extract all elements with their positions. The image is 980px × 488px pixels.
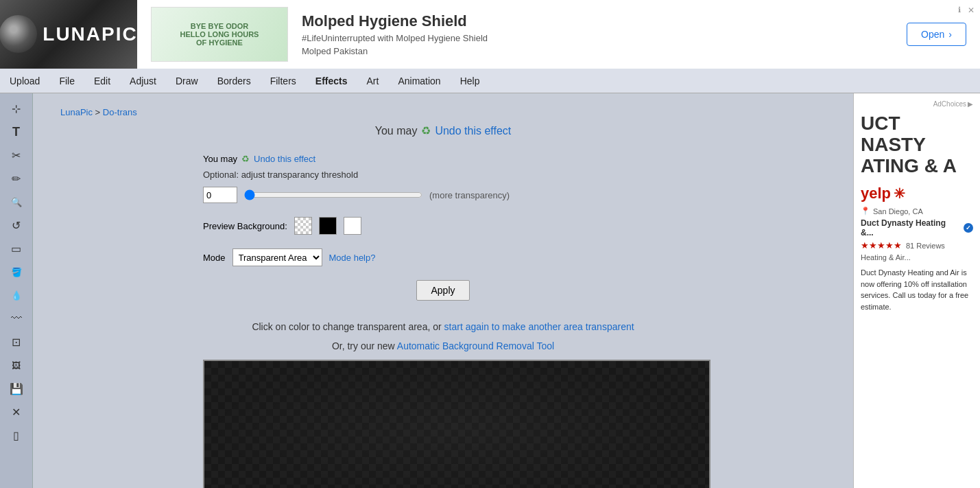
cut-tool[interactable]: ✂	[5, 146, 27, 165]
threshold-slider-wrap	[244, 189, 422, 200]
yelp-rating-row: ★★★★★ 81 Reviews	[861, 240, 973, 251]
nav-animation[interactable]: Animation	[388, 70, 450, 92]
fill-tool[interactable]: 🪣	[5, 262, 27, 281]
stamp-tool[interactable]: 🖼	[5, 356, 27, 375]
info-text-1: Click on color to change transparent are…	[203, 321, 683, 332]
sidebar: ⊹ T ✂ ✏ 🔍 ↺ ▭ 🪣 💧 〰 ⊡ 🖼 💾 ✕ ▯	[0, 93, 33, 488]
ad-title: Molped Hygiene Shield	[302, 12, 893, 30]
slider-row	[244, 189, 422, 200]
logo-area[interactable]: LUNAPIC	[0, 0, 137, 69]
optional-label: Optional: adjust transparancy threshold	[203, 170, 683, 180]
swatch-white[interactable]	[344, 217, 361, 235]
threshold-row: (more transparency)	[203, 187, 683, 203]
nav-edit[interactable]: Edit	[84, 70, 120, 92]
threshold-hint: (more transparency)	[429, 190, 510, 200]
info-prefix-1: Click on color to change transparent are…	[252, 321, 441, 332]
info-text-2: Or, try our new Automatic Background Rem…	[203, 340, 683, 351]
rotate-tool[interactable]: ↺	[5, 216, 27, 235]
breadcrumb: LunaPic > Do-trans	[60, 107, 137, 117]
yelp-location: 📍 San Diego, CA	[861, 207, 973, 216]
info-prefix-2: Or, try our new	[332, 340, 395, 351]
ad-choices-label: AdChoices ▶	[861, 100, 973, 108]
main-layout: ⊹ T ✂ ✏ 🔍 ↺ ▭ 🪣 💧 〰 ⊡ 🖼 💾 ✕ ▯ LunaPic > …	[0, 93, 980, 488]
undo-small: You may ♻ Undo this effect	[203, 154, 683, 164]
undo-banner-link[interactable]: Undo this effect	[435, 125, 511, 137]
nav-upload[interactable]: Upload	[0, 70, 49, 92]
ad-content: BYE BYE ODORHELLO LONG HOURSOF HYGIENE M…	[137, 0, 980, 69]
swatch-checker[interactable]	[294, 217, 312, 235]
ad-info-icon[interactable]: ℹ	[958, 5, 961, 14]
right-ad-panel: AdChoices ▶ UCT NASTY ATING & A yelp ✳ 📍…	[853, 93, 980, 488]
ad-sub2: Molped Pakistan	[302, 46, 893, 56]
nav-adjust[interactable]: Adjust	[120, 70, 166, 92]
yelp-verified-icon: ✓	[964, 223, 973, 233]
save-tool[interactable]: 💾	[5, 379, 27, 398]
info-link-2[interactable]: Automatic Background Removal Tool	[397, 340, 554, 351]
recycle-icon-small: ♻	[241, 154, 250, 164]
yelp-stars: ★★★★★	[861, 240, 902, 251]
yelp-description: Duct Dynasty Heating and Air is now offe…	[861, 267, 973, 312]
undo-banner: You may ♻ Undo this effect	[375, 124, 512, 137]
navbar: Upload File Edit Adjust Draw Borders Fil…	[0, 69, 980, 93]
dropper-tool[interactable]: 💧	[5, 286, 27, 305]
nav-art[interactable]: Art	[357, 70, 389, 92]
ad-text: Molped Hygiene Shield #LifeUninterrupted…	[302, 12, 893, 56]
undo-small-prefix: You may	[203, 154, 237, 164]
apply-button[interactable]: Apply	[416, 280, 469, 301]
breadcrumb-separator: >	[95, 107, 103, 117]
recycle-icon-large: ♻	[421, 124, 431, 137]
breadcrumb-dotrans[interactable]: Do-trans	[103, 107, 137, 117]
select-tool[interactable]: ⊹	[5, 99, 27, 118]
nav-filters[interactable]: Filters	[261, 70, 306, 92]
nav-draw[interactable]: Draw	[166, 70, 208, 92]
undo-banner-prefix: You may	[375, 125, 418, 137]
right-ad-banner: UCT NASTY ATING & A	[861, 113, 973, 176]
ad-close-icon[interactable]: ✕	[968, 5, 975, 15]
yelp-business: Duct Dynasty Heating &... ✓	[861, 218, 973, 237]
threshold-slider[interactable]	[244, 189, 422, 200]
image-preview	[203, 360, 710, 488]
breadcrumb-lunapic[interactable]: LunaPic	[60, 107, 93, 117]
close-tool[interactable]: ✕	[5, 402, 27, 421]
frame-tool[interactable]: ▯	[5, 426, 27, 445]
ad-bar: LUNAPIC BYE BYE ODORHELLO LONG HOURSOF H…	[0, 0, 980, 69]
preview-bg-row: Preview Background:	[203, 217, 683, 235]
mode-select[interactable]: Transparent Area Opaque Area Both	[232, 248, 322, 266]
mode-help-link[interactable]: Mode help?	[329, 253, 376, 263]
undo-small-link[interactable]: Undo this effect	[254, 154, 315, 164]
nav-borders[interactable]: Borders	[208, 70, 261, 92]
apply-row: Apply	[203, 280, 683, 301]
yelp-category: Heating & Air...	[861, 253, 973, 262]
threshold-input[interactable]	[203, 187, 237, 203]
pencil-tool[interactable]: ✏	[5, 169, 27, 188]
rectangle-tool[interactable]: ▭	[5, 239, 27, 258]
ad-sub1: #LifeUninterrupted with Molped Hygiene S…	[302, 33, 893, 43]
nav-effects[interactable]: Effects	[306, 70, 357, 92]
layers-tool[interactable]: ⊡	[5, 332, 27, 351]
logo-text: LUNAPIC	[43, 23, 137, 45]
zoom-tool[interactable]: 🔍	[5, 192, 27, 211]
nav-file[interactable]: File	[49, 70, 84, 92]
mode-row: Mode Transparent Area Opaque Area Both M…	[203, 248, 683, 266]
effect-panel: You may ♻ Undo this effect Optional: adj…	[203, 154, 683, 488]
swatch-black[interactable]	[319, 217, 337, 235]
ad-image: BYE BYE ODORHELLO LONG HOURSOF HYGIENE	[151, 7, 288, 62]
yelp-reviews: 81 Reviews	[906, 242, 945, 250]
brush-tool[interactable]: 〰	[5, 309, 27, 328]
nav-help[interactable]: Help	[451, 70, 490, 92]
ad-open-button[interactable]: Open ›	[907, 23, 966, 46]
content-area: LunaPic > Do-trans You may ♻ Undo this e…	[33, 93, 853, 488]
info-link-1[interactable]: start again to make another area transpa…	[444, 321, 634, 332]
yelp-logo: yelp ✳	[861, 185, 973, 202]
text-tool[interactable]: T	[5, 122, 27, 141]
mode-label: Mode	[203, 253, 226, 263]
preview-bg-label: Preview Background:	[203, 221, 287, 231]
